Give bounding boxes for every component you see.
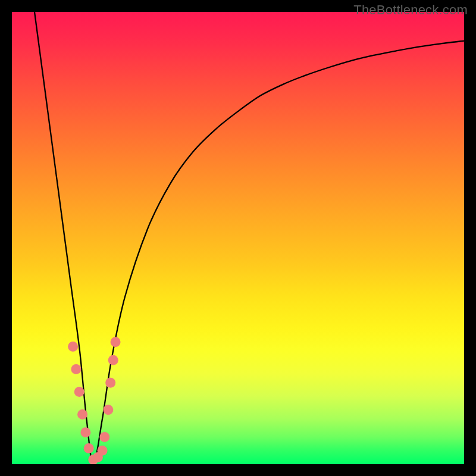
data-markers bbox=[68, 337, 120, 464]
data-marker bbox=[111, 337, 121, 347]
data-marker bbox=[77, 409, 87, 419]
chart-svg bbox=[12, 12, 464, 464]
data-marker bbox=[71, 364, 81, 374]
chart-frame: TheBottleneck.com bbox=[0, 0, 476, 476]
data-marker bbox=[108, 355, 118, 365]
data-marker bbox=[99, 432, 109, 442]
data-marker bbox=[74, 387, 84, 397]
data-marker bbox=[105, 378, 115, 388]
data-marker bbox=[103, 405, 113, 415]
data-marker bbox=[80, 427, 90, 437]
data-marker bbox=[68, 342, 78, 352]
data-marker bbox=[98, 446, 108, 456]
plot-area bbox=[12, 12, 464, 464]
bottleneck-curve bbox=[35, 12, 464, 464]
data-marker bbox=[84, 443, 94, 453]
watermark-text: TheBottleneck.com bbox=[353, 2, 468, 18]
